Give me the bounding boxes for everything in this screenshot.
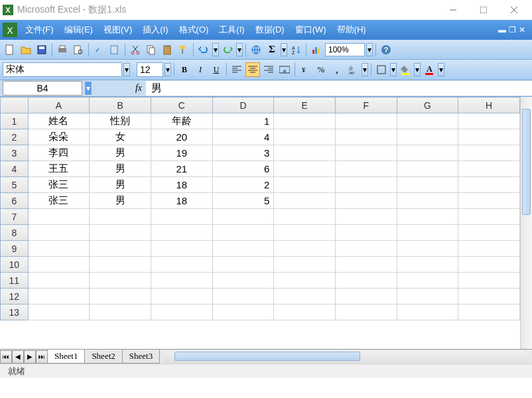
cell[interactable]: 男 bbox=[90, 177, 151, 193]
cell[interactable]: 年龄 bbox=[151, 113, 212, 129]
sheet-tab[interactable]: Sheet1 bbox=[47, 350, 85, 364]
cell[interactable] bbox=[151, 209, 212, 225]
cell[interactable] bbox=[458, 209, 520, 225]
cell[interactable] bbox=[212, 209, 274, 225]
cell[interactable] bbox=[151, 289, 212, 304]
cell[interactable] bbox=[397, 273, 458, 289]
cell[interactable] bbox=[336, 241, 397, 257]
row-header[interactable]: 6 bbox=[1, 193, 29, 209]
cell[interactable] bbox=[212, 289, 274, 304]
cell[interactable] bbox=[274, 289, 336, 304]
col-header[interactable]: H bbox=[458, 98, 520, 113]
open-button[interactable] bbox=[19, 42, 33, 57]
cell[interactable]: 女 bbox=[90, 129, 151, 145]
cell[interactable]: 男 bbox=[90, 161, 151, 177]
cell[interactable] bbox=[90, 257, 151, 273]
cell[interactable] bbox=[274, 257, 336, 273]
cell[interactable]: 18 bbox=[151, 177, 212, 193]
cell[interactable]: 张三 bbox=[28, 193, 90, 209]
font-size-box[interactable]: 12 bbox=[137, 62, 163, 77]
merge-center-button[interactable]: a bbox=[277, 62, 292, 77]
menu-help[interactable]: 帮助(H) bbox=[332, 21, 371, 38]
sheet-tab[interactable]: Sheet3 bbox=[122, 350, 160, 364]
cell[interactable]: 1 bbox=[212, 113, 274, 129]
font-color-dropdown[interactable]: ▾ bbox=[438, 63, 444, 76]
cell[interactable] bbox=[336, 304, 397, 320]
autosum-dropdown[interactable]: ▾ bbox=[281, 43, 287, 56]
cell[interactable] bbox=[458, 129, 520, 145]
cell[interactable] bbox=[458, 289, 520, 304]
cell[interactable] bbox=[274, 225, 336, 241]
font-name-dropdown[interactable]: ▾ bbox=[123, 63, 130, 76]
name-box[interactable]: B4 bbox=[3, 81, 82, 96]
cell[interactable] bbox=[274, 241, 336, 257]
cell[interactable] bbox=[212, 257, 274, 273]
increase-decimal-button[interactable]: .0.00 bbox=[346, 62, 360, 77]
cell[interactable] bbox=[397, 129, 458, 145]
doc-restore-button[interactable]: ❐ bbox=[509, 25, 516, 34]
cell[interactable] bbox=[336, 289, 397, 304]
font-size-dropdown[interactable]: ▾ bbox=[165, 63, 171, 76]
name-box-dropdown[interactable]: ▾ bbox=[85, 82, 92, 95]
cell[interactable]: 18 bbox=[151, 193, 212, 209]
zoom-dropdown[interactable]: ▾ bbox=[366, 43, 373, 56]
tab-nav-next[interactable]: ▶ bbox=[24, 350, 36, 364]
align-right-button[interactable] bbox=[261, 62, 276, 77]
menu-data[interactable]: 数据(D) bbox=[250, 21, 290, 38]
col-header[interactable]: B bbox=[90, 98, 151, 113]
fill-color-button[interactable] bbox=[398, 62, 413, 77]
cell[interactable] bbox=[397, 241, 458, 257]
cell[interactable] bbox=[458, 304, 520, 320]
menu-window[interactable]: 窗口(W) bbox=[290, 21, 332, 38]
tab-nav-last[interactable]: ⏭ bbox=[36, 350, 48, 364]
cell[interactable] bbox=[274, 113, 336, 129]
cell[interactable] bbox=[336, 225, 397, 241]
spelling-button[interactable]: ✓ bbox=[92, 42, 106, 57]
formula-input[interactable]: 男 bbox=[146, 81, 532, 96]
cell[interactable]: 19 bbox=[151, 145, 212, 161]
cell[interactable] bbox=[458, 241, 520, 257]
bold-button[interactable]: B bbox=[177, 62, 192, 77]
fill-color-dropdown[interactable]: ▾ bbox=[414, 63, 421, 76]
row-header[interactable]: 5 bbox=[1, 177, 29, 193]
copy-button[interactable] bbox=[144, 42, 159, 57]
row-header[interactable]: 8 bbox=[1, 225, 29, 241]
cell[interactable] bbox=[336, 193, 397, 209]
borders-dropdown[interactable]: ▾ bbox=[390, 63, 397, 76]
cell[interactable]: 姓名 bbox=[28, 113, 90, 129]
cell[interactable]: 张三 bbox=[28, 177, 90, 193]
col-header[interactable]: D bbox=[212, 98, 274, 113]
cell[interactable]: 2 bbox=[212, 177, 274, 193]
cell[interactable]: 21 bbox=[151, 161, 212, 177]
cell[interactable] bbox=[397, 289, 458, 304]
doc-close-button[interactable]: ✕ bbox=[519, 25, 525, 34]
help-button[interactable]: ? bbox=[379, 42, 393, 57]
row-header[interactable]: 12 bbox=[1, 289, 29, 304]
cell[interactable]: 性别 bbox=[90, 113, 151, 129]
cell[interactable] bbox=[397, 225, 458, 241]
cell[interactable] bbox=[28, 257, 90, 273]
cell[interactable] bbox=[397, 304, 458, 320]
cell[interactable]: 男 bbox=[90, 145, 151, 161]
cell[interactable] bbox=[274, 304, 336, 320]
cell[interactable] bbox=[336, 177, 397, 193]
cell[interactable] bbox=[90, 225, 151, 241]
cell[interactable] bbox=[336, 113, 397, 129]
cell[interactable] bbox=[336, 145, 397, 161]
hyperlink-button[interactable] bbox=[249, 42, 263, 57]
undo-button[interactable] bbox=[196, 42, 211, 57]
row-header[interactable]: 7 bbox=[1, 209, 29, 225]
col-header[interactable]: A bbox=[28, 98, 90, 113]
cell[interactable] bbox=[274, 129, 336, 145]
font-color-button[interactable]: A bbox=[422, 62, 436, 77]
row-header[interactable]: 9 bbox=[1, 241, 29, 257]
cell[interactable] bbox=[28, 225, 90, 241]
col-header[interactable]: E bbox=[274, 98, 336, 113]
cell[interactable] bbox=[274, 209, 336, 225]
paste-button[interactable] bbox=[160, 42, 174, 57]
borders-button[interactable] bbox=[374, 62, 389, 77]
cell[interactable] bbox=[397, 209, 458, 225]
cell[interactable] bbox=[90, 273, 151, 289]
cell[interactable] bbox=[458, 161, 520, 177]
horizontal-scrollbar[interactable] bbox=[163, 351, 529, 363]
